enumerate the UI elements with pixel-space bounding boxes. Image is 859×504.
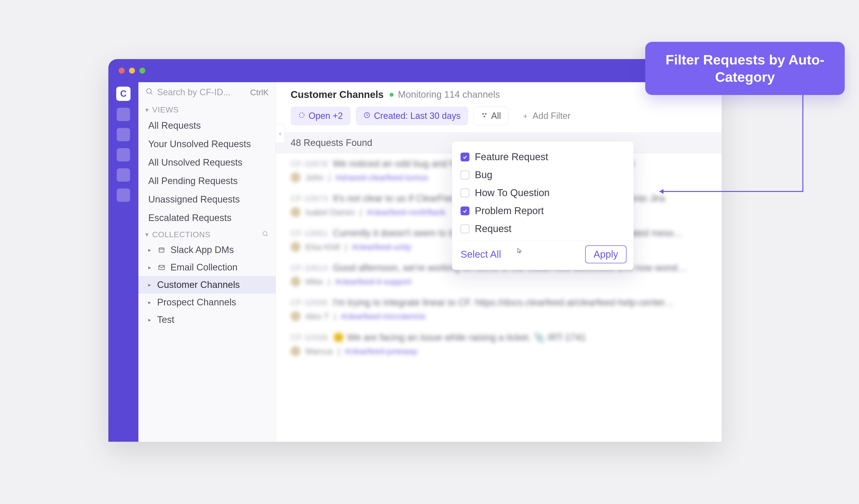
window-titlebar xyxy=(108,59,722,82)
caret-down-icon: ▾ xyxy=(145,106,149,114)
status-dot-icon xyxy=(390,93,394,97)
sidebar-view-item[interactable]: All Pending Requests xyxy=(138,172,275,190)
svg-point-11 xyxy=(484,116,485,117)
sidebar-collection-item[interactable]: ▸Test xyxy=(138,311,275,329)
collections-section-header[interactable]: ▾ COLLECTIONS xyxy=(138,227,275,241)
filter-option[interactable]: Problem Report xyxy=(452,202,633,220)
request-item[interactable]: CF-10589😕 We are facing an issue while r… xyxy=(291,332,707,356)
svg-point-0 xyxy=(147,89,151,93)
icon-rail: C xyxy=(108,82,138,442)
filter-bar: Open +2 Created: Last 30 days All xyxy=(276,104,722,132)
svg-line-1 xyxy=(151,93,152,94)
rail-item[interactable] xyxy=(117,148,130,161)
checkbox[interactable] xyxy=(461,153,469,161)
filter-option-label: Bug xyxy=(475,169,492,180)
filter-option-label: Feature Request xyxy=(475,151,548,162)
caret-right-icon: ▸ xyxy=(148,299,153,306)
filter-option[interactable]: How To Question xyxy=(452,184,633,202)
views-section-header[interactable]: ▾ VIEWS xyxy=(138,103,275,116)
collection-label: Email Collection xyxy=(170,262,237,273)
rail-item[interactable] xyxy=(117,189,130,202)
caret-right-icon: ▸ xyxy=(148,264,153,271)
rail-item[interactable] xyxy=(117,168,130,182)
filter-created-pill[interactable]: Created: Last 30 days xyxy=(356,107,468,125)
svg-point-2 xyxy=(263,232,267,236)
checkbox[interactable] xyxy=(461,224,469,233)
sidebar-view-item[interactable]: All Unsolved Requests xyxy=(138,153,275,172)
checkbox[interactable] xyxy=(461,189,469,198)
caret-down-icon: ▾ xyxy=(145,231,149,238)
caret-right-icon: ▸ xyxy=(148,247,153,253)
page-title: Customer Channels xyxy=(291,89,384,100)
sidebar-collection-item[interactable]: ▸Customer Channels xyxy=(138,276,275,294)
clock-icon xyxy=(363,112,371,120)
svg-point-7 xyxy=(299,113,304,117)
filter-created-label: Created: Last 30 days xyxy=(374,111,461,121)
collection-label: Prospect Channels xyxy=(157,297,236,308)
svg-line-3 xyxy=(267,235,268,236)
window-minimize-icon[interactable] xyxy=(129,68,135,74)
sidebar-collection-item[interactable]: ▸Prospect Channels xyxy=(138,294,275,311)
collapse-sidebar-button[interactable]: ‹ xyxy=(276,124,285,143)
sidebar-view-item[interactable]: Unassigned Requests xyxy=(138,190,275,209)
annotation-badge: Filter Requests by Auto-Category xyxy=(645,42,845,95)
search-placeholder: Search by CF-ID... xyxy=(157,87,246,97)
select-all-button[interactable]: Select All xyxy=(461,249,501,260)
filter-category-pill[interactable]: All xyxy=(473,107,509,125)
search-input[interactable]: Search by CF-ID... CtrlK xyxy=(138,82,275,103)
search-shortcut: CtrlK xyxy=(250,88,269,97)
rail-item[interactable] xyxy=(117,108,130,121)
add-filter-label: Add Filter xyxy=(532,111,570,121)
cursor-icon xyxy=(517,248,523,254)
add-filter-button[interactable]: ＋ Add Filter xyxy=(514,107,578,125)
collection-label: Slack App DMs xyxy=(170,245,234,255)
filter-option[interactable]: Feature Request xyxy=(452,148,633,166)
category-filter-dropdown: Feature RequestBugHow To QuestionProblem… xyxy=(452,141,634,270)
main-content: ‹ Customer Channels Monitoring 114 chann… xyxy=(276,82,722,442)
window-maximize-icon[interactable] xyxy=(139,68,145,74)
filter-option[interactable]: Request xyxy=(452,220,633,238)
filter-open-label: Open +2 xyxy=(308,111,343,121)
request-item[interactable]: CF-10596I'm trying to integrate linear t… xyxy=(291,297,707,321)
collections-label: COLLECTIONS xyxy=(152,230,211,239)
app-logo[interactable]: C xyxy=(116,86,131,101)
filter-category-label: All xyxy=(491,111,501,121)
sidebar-collection-item[interactable]: ▸Slack App DMs xyxy=(138,241,275,259)
sidebar-view-item[interactable]: All Requests xyxy=(138,116,275,135)
collection-label: Test xyxy=(157,315,175,325)
rail-item[interactable] xyxy=(117,128,130,141)
category-icon xyxy=(481,112,488,120)
window-icon xyxy=(157,246,166,254)
plus-icon: ＋ xyxy=(522,111,529,121)
window-close-icon[interactable] xyxy=(119,68,125,74)
svg-rect-4 xyxy=(159,248,164,252)
filter-option-label: How To Question xyxy=(475,187,550,198)
checkbox[interactable] xyxy=(461,206,469,215)
filter-option[interactable]: Bug xyxy=(452,166,633,184)
sidebar-view-item[interactable]: Your Unsolved Requests xyxy=(138,135,275,153)
filter-open-pill[interactable]: Open +2 xyxy=(291,107,350,125)
search-icon xyxy=(145,87,153,97)
caret-right-icon: ▸ xyxy=(148,282,153,288)
monitoring-text: Monitoring 114 channels xyxy=(398,89,500,100)
sidebar-collection-item[interactable]: ▸Email Collection xyxy=(138,259,275,276)
filter-option-label: Request xyxy=(475,223,512,234)
collection-label: Customer Channels xyxy=(157,280,240,290)
search-collections-icon[interactable] xyxy=(262,230,269,239)
caret-right-icon: ▸ xyxy=(148,317,153,323)
svg-point-10 xyxy=(485,113,487,115)
checkbox[interactable] xyxy=(461,171,469,179)
app-window: C Search by CF-ID... CtrlK ▾ VIEWS xyxy=(108,59,722,442)
sidebar: Search by CF-ID... CtrlK ▾ VIEWS All Req… xyxy=(138,82,276,442)
svg-point-9 xyxy=(482,113,484,115)
views-label: VIEWS xyxy=(152,105,179,114)
mail-icon xyxy=(157,264,166,271)
status-icon xyxy=(298,112,305,120)
apply-button[interactable]: Apply xyxy=(585,245,627,263)
filter-option-label: Problem Report xyxy=(475,205,544,216)
sidebar-view-item[interactable]: Escalated Requests xyxy=(138,209,275,227)
